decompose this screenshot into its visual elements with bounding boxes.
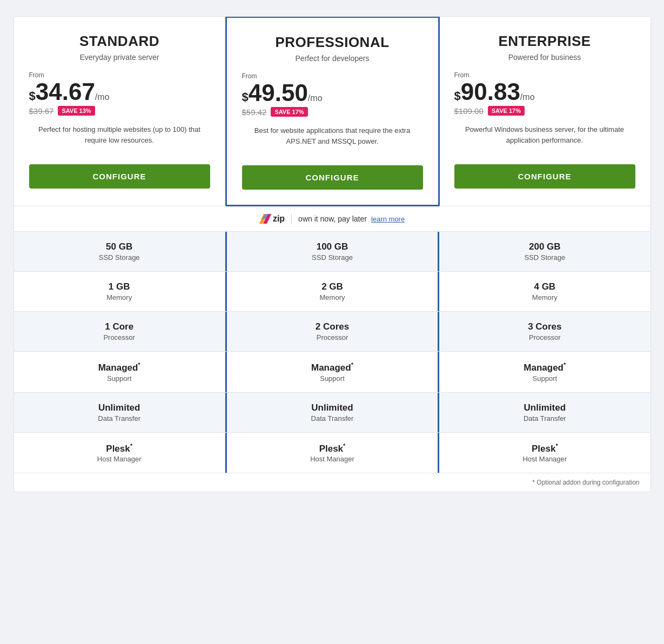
plan-amount-professional: 49.50 xyxy=(249,81,308,105)
plan-description-standard: Perfect for hosting multiple websites (u… xyxy=(29,124,210,152)
plan-mo-enterprise: /mo xyxy=(520,92,535,102)
features-footer: * Optional addon during configuration xyxy=(14,473,650,492)
feature-label-r4-c1: Data Transfer xyxy=(232,414,432,422)
plan-description-enterprise: Powerful Windows business server, for th… xyxy=(454,124,635,152)
plans-row: STANDARD Everyday private server From $ … xyxy=(14,17,650,206)
feature-label-r4-c0: Data Transfer xyxy=(19,414,219,422)
feature-value-r4-c0: Unlimited xyxy=(19,403,219,413)
feature-label-r3-c0: Support xyxy=(19,374,219,383)
feature-value-r4-c1: Unlimited xyxy=(232,403,432,413)
plan-card-enterprise: ENTERPRISE Powered for business From $ 9… xyxy=(439,17,650,206)
plan-card-professional: PROFESSIONAL Perfect for developers From… xyxy=(225,16,440,206)
feature-label-r1-c1: Memory xyxy=(232,293,432,301)
feature-cell-r5-c2: Plesk* Host Manager xyxy=(439,433,650,473)
plan-old-price-standard: $39.67 xyxy=(29,106,54,116)
plan-old-price-enterprise: $109.00 xyxy=(454,106,484,116)
plan-price-row-standard: $ 34.67 /mo xyxy=(29,80,210,104)
feature-value-r2-c0: 1 Core xyxy=(19,321,219,332)
feature-cell-r0-c0: 50 GB SSD Storage xyxy=(14,232,225,271)
feature-cell-r4-c1: Unlimited Data Transfer xyxy=(225,393,439,432)
feature-value-r2-c1: 2 Cores xyxy=(232,321,432,332)
plan-mo-standard: /mo xyxy=(95,92,110,102)
plan-tagline-enterprise: Powered for business xyxy=(454,53,635,62)
plan-name-standard: STANDARD xyxy=(29,33,210,50)
feature-cell-r3-c2: Managed* Support xyxy=(439,352,650,392)
configure-button-professional[interactable]: CONFIGURE xyxy=(242,165,423,190)
feature-cell-r3-c1: Managed* Support xyxy=(225,352,439,392)
feature-label-r3-c2: Support xyxy=(445,374,645,383)
feature-value-r0-c0: 50 GB xyxy=(19,242,219,252)
feature-cell-r5-c1: Plesk* Host Manager xyxy=(225,433,439,473)
plan-name-enterprise: ENTERPRISE xyxy=(454,33,635,50)
features-row-5: Plesk* Host Manager Plesk* Host Manager … xyxy=(14,433,650,474)
pricing-wrapper: STANDARD Everyday private server From $ … xyxy=(14,16,651,492)
plan-from-enterprise: From xyxy=(454,71,635,79)
plan-tagline-standard: Everyday private server xyxy=(29,53,210,62)
footer-note-text: * Optional addon during configuration xyxy=(532,479,639,486)
zip-tagline: own it now, pay later xyxy=(298,214,367,223)
feature-cell-r2-c0: 1 Core Processor xyxy=(14,312,225,351)
feature-cell-r2-c1: 2 Cores Processor xyxy=(225,312,439,351)
feature-label-r2-c2: Processor xyxy=(445,333,645,341)
plan-name-professional: PROFESSIONAL xyxy=(242,34,423,51)
feature-label-r3-c1: Support xyxy=(232,374,432,383)
plan-description-professional: Best for website applications that requi… xyxy=(242,125,423,153)
feature-cell-r1-c0: 1 GB Memory xyxy=(14,272,225,311)
feature-value-r5-c2: Plesk* xyxy=(445,442,645,454)
features-row-4: Unlimited Data Transfer Unlimited Data T… xyxy=(14,393,650,433)
feature-value-r2-c2: 3 Cores xyxy=(445,321,645,332)
zip-learn-more-link[interactable]: learn more xyxy=(371,215,405,223)
plan-save-badge-professional: SAVE 17% xyxy=(271,107,307,117)
zip-banner: zip own it now, pay later learn more xyxy=(14,206,650,232)
plan-price-row-professional: $ 49.50 /mo xyxy=(242,81,423,105)
plan-card-standard: STANDARD Everyday private server From $ … xyxy=(14,17,226,206)
feature-label-r2-c1: Processor xyxy=(232,333,432,341)
plan-save-badge-standard: SAVE 13% xyxy=(58,106,95,116)
feature-cell-r1-c1: 2 GB Memory xyxy=(225,272,439,311)
feature-value-r3-c1: Managed* xyxy=(232,361,432,373)
feature-label-r5-c1: Host Manager xyxy=(232,455,432,463)
plan-old-price-professional: $59.42 xyxy=(242,108,267,117)
configure-button-standard[interactable]: CONFIGURE xyxy=(29,164,210,189)
plan-from-professional: From xyxy=(242,72,423,80)
zip-icon xyxy=(259,214,271,224)
features-row-1: 1 GB Memory 2 GB Memory 4 GB Memory xyxy=(14,272,650,312)
feature-label-r5-c2: Host Manager xyxy=(445,455,645,463)
plan-amount-standard: 34.67 xyxy=(36,80,95,104)
feature-value-r5-c1: Plesk* xyxy=(232,442,432,454)
feature-value-r5-c0: Plesk* xyxy=(19,442,219,454)
plan-from-standard: From xyxy=(29,71,210,79)
feature-label-r0-c0: SSD Storage xyxy=(19,253,219,261)
feature-cell-r3-c0: Managed* Support xyxy=(14,352,225,392)
plan-savings-standard: $39.67 SAVE 13% xyxy=(29,106,210,116)
feature-label-r2-c0: Processor xyxy=(19,333,219,341)
feature-cell-r2-c2: 3 Cores Processor xyxy=(439,312,650,351)
configure-button-enterprise[interactable]: CONFIGURE xyxy=(454,164,635,189)
plan-save-badge-enterprise: SAVE 17% xyxy=(488,106,525,116)
feature-label-r4-c2: Data Transfer xyxy=(445,414,645,422)
plan-dollar-standard: $ xyxy=(29,89,36,103)
plan-dollar-enterprise: $ xyxy=(454,89,461,103)
feature-cell-r1-c2: 4 GB Memory xyxy=(439,272,650,311)
plan-dollar-professional: $ xyxy=(242,90,249,104)
feature-value-r1-c0: 1 GB xyxy=(19,281,219,292)
features-row-2: 1 Core Processor 2 Cores Processor 3 Cor… xyxy=(14,312,650,352)
features-row-3: Managed* Support Managed* Support Manage… xyxy=(14,352,650,393)
feature-label-r5-c0: Host Manager xyxy=(19,455,219,463)
plan-mo-professional: /mo xyxy=(308,93,323,103)
feature-cell-r4-c2: Unlimited Data Transfer xyxy=(439,393,650,432)
plan-amount-enterprise: 90.83 xyxy=(461,80,520,104)
zip-brand-text: zip xyxy=(273,214,285,224)
feature-cell-r5-c0: Plesk* Host Manager xyxy=(14,433,225,473)
feature-label-r1-c0: Memory xyxy=(19,293,219,301)
zip-logo: zip xyxy=(259,214,285,224)
plan-savings-enterprise: $109.00 SAVE 17% xyxy=(454,106,635,116)
plan-savings-professional: $59.42 SAVE 17% xyxy=(242,107,423,117)
feature-value-r0-c1: 100 GB xyxy=(232,242,432,252)
plan-tagline-professional: Perfect for developers xyxy=(242,54,423,63)
feature-cell-r4-c0: Unlimited Data Transfer xyxy=(14,393,225,432)
plan-price-row-enterprise: $ 90.83 /mo xyxy=(454,80,635,104)
feature-value-r4-c2: Unlimited xyxy=(445,403,645,413)
feature-value-r0-c2: 200 GB xyxy=(445,242,645,252)
feature-label-r0-c1: SSD Storage xyxy=(232,253,432,261)
